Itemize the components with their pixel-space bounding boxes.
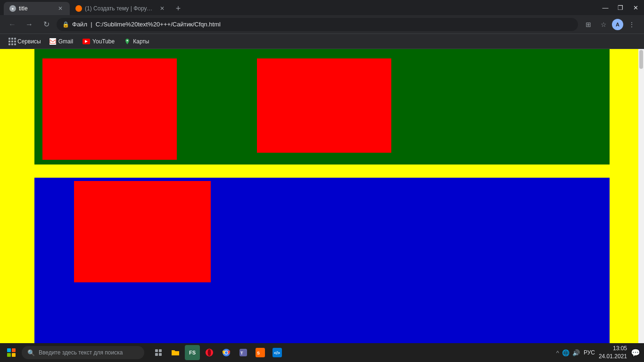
title-bar: ● title ✕ (1) Создать тему | Форум инфо.… [0,0,644,15]
bookmark-youtube[interactable]: ▶ YouTube [79,36,118,47]
task-view-button[interactable] [151,345,166,360]
taskbar-right: ^ 🌐 🔊 РУС 13:05 24.01.2021 💬 [556,345,640,361]
red-box-top-left [42,58,177,160]
new-tab-button[interactable]: + [172,2,185,15]
filesafe-button[interactable]: FS [185,345,200,360]
menu-button[interactable]: ⋮ [625,18,638,31]
bookmark-maps[interactable]: Карты [120,36,153,47]
svg-point-1 [127,40,128,41]
minimize-button[interactable]: — [601,4,610,11]
opera-button[interactable] [202,345,217,360]
search-placeholder: Введите здесь текст для поиска [39,349,123,356]
back-button[interactable]: ← [6,18,19,31]
page-content [0,49,644,343]
close-button[interactable]: ✕ [631,4,640,11]
tab-favicon: ● [9,5,16,12]
up-arrow-icon[interactable]: ^ [556,349,559,356]
tab-label: title [19,5,28,12]
scrollbar-thumb[interactable] [639,50,643,69]
maximize-button[interactable]: ❐ [616,4,625,11]
red-box-top-right [257,58,391,153]
reload-button[interactable]: ↻ [40,18,53,31]
start-icon [7,348,16,357]
taskbar-search[interactable]: 🔍 Введите здесь текст для поиска [22,346,144,359]
youtube-icon: ▶ [83,39,90,44]
fs-label: FS [189,350,196,355]
red-box-bottom-left [74,181,211,282]
apps-icon [8,38,16,45]
task-view-icon [155,349,162,356]
svg-rect-0 [50,38,56,45]
tab-forum[interactable]: (1) Создать тему | Форум инфо... ✕ [70,2,172,15]
network-icon[interactable]: 🌐 [562,349,570,356]
time-display: 13:05 [599,345,627,353]
teams-button[interactable]: T [236,345,251,360]
bookmark-gmail[interactable]: Gmail [46,36,77,47]
maps-label: Карты [133,38,149,45]
bookmarks-bar: Сервисы Gmail ▶ YouTube Карты [0,34,644,49]
address-bar: ← → ↻ 🔒 Файл | C:/Sublime%20text%20+++/С… [0,15,644,34]
vscode-button[interactable]: </> [270,345,285,360]
file-explorer-button[interactable] [168,345,183,360]
file-explorer-icon [171,348,180,357]
taskbar-apps: FS T [151,345,285,360]
lock-icon: 🔒 [62,21,69,28]
youtube-label: YouTube [92,38,115,45]
gmail-icon [50,38,56,45]
time-block[interactable]: 13:05 24.01.2021 [599,345,627,361]
chrome-button[interactable] [219,345,234,360]
url-text: Файл | C:/Sublime%20text%20+++/Сайтик/Cf… [72,21,221,28]
tab-title[interactable]: ● title ✕ [4,2,70,15]
tab-close-button[interactable]: ✕ [57,5,64,12]
bookmark-services[interactable]: Сервисы [6,36,44,47]
avatar[interactable]: A [612,19,623,30]
vscode-icon: </> [272,348,282,357]
window-controls: — ❐ ✕ [601,4,640,11]
opera-icon [205,348,214,357]
svg-rect-3 [159,349,162,352]
svg-point-11 [225,351,228,354]
svg-rect-2 [155,349,158,352]
svg-rect-4 [155,353,158,356]
tabs-area: ● title ✕ (1) Создать тему | Форум инфо.… [4,0,185,15]
sublime-icon: S [256,348,265,357]
tab-forum-label: (1) Создать тему | Форум инфо... [85,5,156,12]
gmail-label: Gmail [58,38,73,45]
taskbar: 🔍 Введите здесь текст для поиска FS [0,343,644,362]
scrollbar-track[interactable] [638,49,644,343]
url-bar[interactable]: 🔒 Файл | C:/Sublime%20text%20+++/Сайтик/… [57,18,578,31]
svg-text:</>: </> [274,351,280,355]
tab-forum-favicon [75,5,82,12]
bookmark-icon[interactable]: ☆ [597,18,610,31]
translate-icon[interactable]: ⊞ [582,18,595,31]
sys-icons: ^ 🌐 🔊 [556,349,580,356]
notification-button[interactable]: 💬 [631,348,640,357]
volume-icon[interactable]: 🔊 [572,349,580,356]
svg-text:T: T [240,351,243,355]
toolbar-right: ⊞ ☆ A ⋮ [582,18,638,31]
svg-text:S: S [257,351,260,355]
language-indicator[interactable]: РУС [584,349,595,356]
start-button[interactable] [4,345,19,360]
services-label: Сервисы [17,38,41,45]
forward-button[interactable]: → [23,18,36,31]
teams-icon: T [239,348,248,357]
search-icon: 🔍 [27,349,35,356]
tab-forum-close-button[interactable]: ✕ [158,5,166,12]
date-display: 24.01.2021 [599,353,627,361]
yellow-gap [0,165,644,178]
chrome-icon [222,348,231,357]
svg-rect-5 [159,353,162,356]
maps-icon [124,38,131,45]
sublime-button[interactable]: S [253,345,268,360]
